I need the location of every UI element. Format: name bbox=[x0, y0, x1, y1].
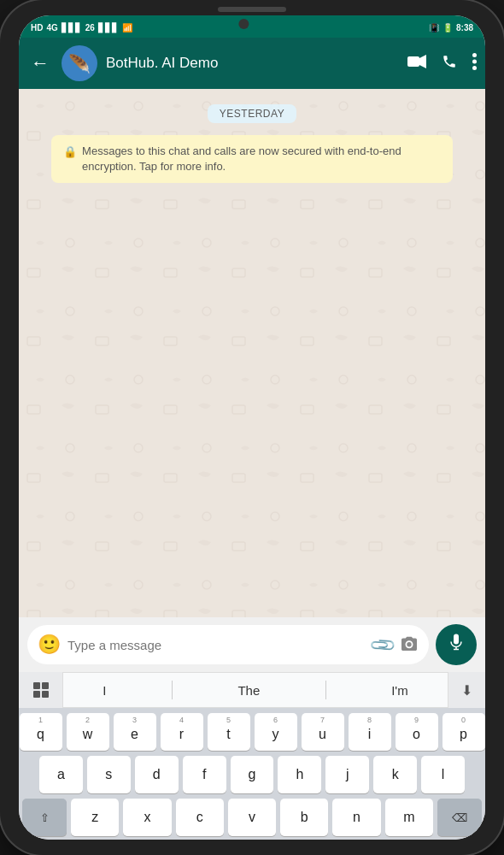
suggestion-item-1[interactable]: I bbox=[89, 676, 120, 705]
svg-text:🪶: 🪶 bbox=[68, 53, 91, 75]
carrier2-label: 4G bbox=[46, 23, 57, 32]
signal-bars-icon: ▋▋▋ bbox=[62, 23, 82, 32]
phone-screen: HD 4G ▋▋▋ 26 ▋▋▋ 📶 📳 🔋 8:38 ← 🪶 bbox=[19, 15, 485, 840]
collapse-keyboard-button[interactable]: ⬇ bbox=[448, 672, 485, 708]
key-v[interactable]: v bbox=[228, 799, 276, 836]
svg-point-4 bbox=[472, 53, 477, 57]
key-s[interactable]: s bbox=[87, 756, 131, 793]
key-n[interactable]: n bbox=[332, 799, 380, 836]
key-x[interactable]: x bbox=[123, 799, 171, 836]
camera-button[interactable] bbox=[400, 635, 419, 655]
svg-rect-2 bbox=[407, 56, 419, 67]
key-t[interactable]: 5t bbox=[208, 713, 250, 751]
svg-marker-3 bbox=[419, 55, 426, 68]
mic-icon bbox=[448, 634, 464, 657]
key-k[interactable]: k bbox=[373, 756, 417, 793]
key-o[interactable]: 9o bbox=[396, 713, 438, 751]
phone-device: HD 4G ▋▋▋ 26 ▋▋▋ 📶 📳 🔋 8:38 ← 🪶 bbox=[0, 0, 504, 855]
number-row: 1q 2w 3e 4r 5t 6y 7u 8i 9o 0p bbox=[22, 713, 482, 751]
key-m[interactable]: m bbox=[385, 799, 433, 836]
back-button[interactable]: ← bbox=[27, 49, 53, 78]
more-options-button[interactable] bbox=[472, 53, 477, 74]
attach-button[interactable]: 📎 bbox=[367, 630, 397, 660]
status-bar: HD 4G ▋▋▋ 26 ▋▋▋ 📶 📳 🔋 8:38 bbox=[19, 15, 485, 38]
suggestion-item-3[interactable]: I'm bbox=[378, 676, 422, 705]
bottom-row: ⇧ z x c v b n m ⌫ bbox=[22, 799, 482, 836]
keyboard-rows: 1q 2w 3e 4r 5t 6y 7u 8i 9o 0p a s d f g bbox=[19, 708, 485, 840]
header-actions bbox=[407, 53, 477, 74]
status-left: HD 4G ▋▋▋ 26 ▋▋▋ 📶 bbox=[31, 23, 132, 32]
key-d[interactable]: d bbox=[135, 756, 179, 793]
key-e[interactable]: 3e bbox=[114, 713, 156, 751]
grid-icon bbox=[33, 682, 49, 698]
key-p[interactable]: 0p bbox=[442, 713, 485, 751]
keyboard-grid-button[interactable] bbox=[19, 672, 63, 708]
contact-name-label: BotHub. AI Demo bbox=[106, 55, 399, 72]
lock-icon: 🔒 bbox=[63, 144, 77, 160]
svg-point-5 bbox=[472, 59, 477, 63]
key-y[interactable]: 6y bbox=[255, 713, 297, 751]
message-input[interactable] bbox=[67, 638, 365, 652]
shift-key[interactable]: ⇧ bbox=[22, 799, 67, 836]
svg-rect-8 bbox=[454, 634, 459, 644]
key-c[interactable]: c bbox=[176, 799, 224, 836]
key-b[interactable]: b bbox=[280, 799, 328, 836]
suggestion-item-2[interactable]: The bbox=[224, 676, 273, 705]
key-w[interactable]: 2w bbox=[67, 713, 109, 751]
vibrate-icon: 📳 bbox=[429, 23, 439, 32]
suggestion-divider-2 bbox=[325, 681, 326, 699]
svg-point-7 bbox=[407, 642, 411, 646]
chat-messages: YESTERDAY 🔒 Messages to this chat and ca… bbox=[19, 89, 485, 617]
encryption-notice[interactable]: 🔒 Messages to this chat and calls are no… bbox=[51, 135, 453, 183]
carrier1-label: HD bbox=[31, 23, 43, 32]
key-j[interactable]: j bbox=[325, 756, 369, 793]
mic-button[interactable] bbox=[436, 624, 477, 665]
key-g[interactable]: g bbox=[231, 756, 274, 793]
suggestion-items: I The I'm bbox=[63, 676, 448, 705]
video-call-button[interactable] bbox=[407, 55, 426, 73]
battery-icon: 🔋 bbox=[442, 23, 453, 32]
date-separator: YESTERDAY bbox=[208, 104, 296, 123]
signal2-label: 26 bbox=[85, 23, 95, 32]
emoji-button[interactable]: 🙂 bbox=[38, 634, 61, 656]
signal2-bars-icon: ▋▋▋ bbox=[98, 23, 119, 32]
key-r[interactable]: 4r bbox=[161, 713, 203, 751]
key-i[interactable]: 8i bbox=[349, 713, 391, 751]
middle-row: a s d f g h j k l bbox=[22, 756, 482, 793]
phone-speaker bbox=[218, 7, 286, 12]
key-h[interactable]: h bbox=[278, 756, 321, 793]
keyboard-suggestions-bar: I The I'm ⬇ bbox=[19, 672, 485, 708]
wifi-icon: 📶 bbox=[122, 23, 132, 32]
key-z[interactable]: z bbox=[71, 799, 119, 836]
svg-point-6 bbox=[472, 66, 477, 70]
contact-info[interactable]: BotHub. AI Demo bbox=[106, 55, 399, 72]
key-u[interactable]: 7u bbox=[302, 713, 344, 751]
key-a[interactable]: a bbox=[39, 756, 83, 793]
message-input-area: 🙂 📎 bbox=[19, 617, 485, 672]
chat-header: ← 🪶 BotHub. AI Demo bbox=[19, 38, 485, 89]
key-f[interactable]: f bbox=[183, 756, 226, 793]
chat-area: YESTERDAY 🔒 Messages to this chat and ca… bbox=[19, 89, 485, 617]
avatar[interactable]: 🪶 bbox=[62, 45, 97, 81]
key-q[interactable]: 1q bbox=[20, 713, 62, 751]
key-l[interactable]: l bbox=[421, 756, 465, 793]
message-input-wrapper[interactable]: 🙂 📎 bbox=[27, 625, 429, 664]
suggestion-divider-1 bbox=[172, 681, 173, 699]
status-right: 📳 🔋 8:38 bbox=[429, 23, 473, 32]
voice-call-button[interactable] bbox=[442, 54, 457, 74]
keyboard-area: I The I'm ⬇ 1q 2w 3e 4r 5t 6y 7u bbox=[19, 672, 485, 840]
phone-camera bbox=[238, 19, 249, 29]
backspace-key[interactable]: ⌫ bbox=[437, 799, 482, 836]
time-label: 8:38 bbox=[456, 23, 473, 32]
encryption-text: Messages to this chat and calls are now … bbox=[82, 144, 441, 174]
